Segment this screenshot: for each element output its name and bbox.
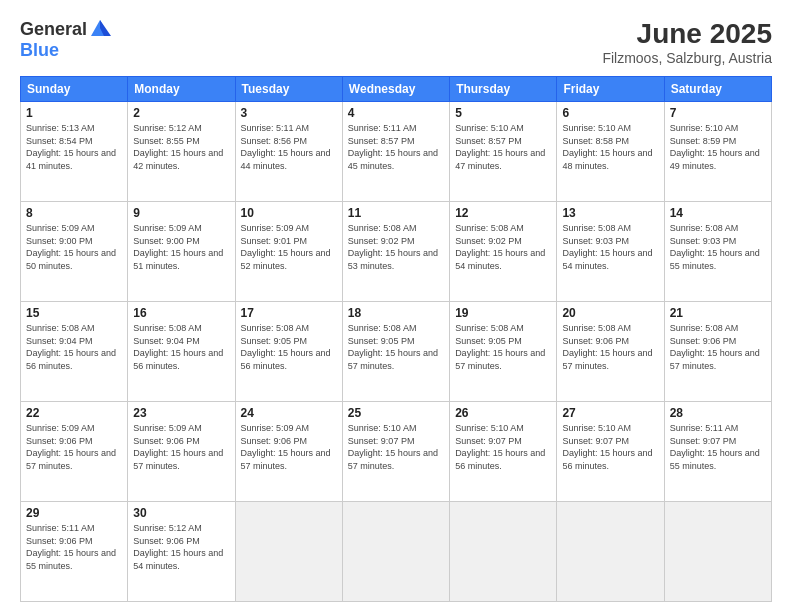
day-info: Sunrise: 5:08 AM Sunset: 9:06 PM Dayligh… — [562, 322, 658, 372]
day-info: Sunrise: 5:09 AM Sunset: 9:06 PM Dayligh… — [26, 422, 122, 472]
day-number: 19 — [455, 306, 551, 320]
calendar-row-5: 29Sunrise: 5:11 AM Sunset: 9:06 PM Dayli… — [21, 502, 772, 602]
day-number: 6 — [562, 106, 658, 120]
day-number: 30 — [133, 506, 229, 520]
day-number: 26 — [455, 406, 551, 420]
calendar-cell: 15Sunrise: 5:08 AM Sunset: 9:04 PM Dayli… — [21, 302, 128, 402]
day-info: Sunrise: 5:11 AM Sunset: 9:07 PM Dayligh… — [670, 422, 766, 472]
calendar-cell: 16Sunrise: 5:08 AM Sunset: 9:04 PM Dayli… — [128, 302, 235, 402]
calendar-cell: 19Sunrise: 5:08 AM Sunset: 9:05 PM Dayli… — [450, 302, 557, 402]
calendar-cell: 2Sunrise: 5:12 AM Sunset: 8:55 PM Daylig… — [128, 102, 235, 202]
calendar-cell: 20Sunrise: 5:08 AM Sunset: 9:06 PM Dayli… — [557, 302, 664, 402]
calendar-cell — [342, 502, 449, 602]
calendar-cell: 12Sunrise: 5:08 AM Sunset: 9:02 PM Dayli… — [450, 202, 557, 302]
day-info: Sunrise: 5:08 AM Sunset: 9:05 PM Dayligh… — [241, 322, 337, 372]
calendar-cell: 4Sunrise: 5:11 AM Sunset: 8:57 PM Daylig… — [342, 102, 449, 202]
logo: General Blue — [20, 18, 111, 61]
day-number: 8 — [26, 206, 122, 220]
day-info: Sunrise: 5:08 AM Sunset: 9:05 PM Dayligh… — [348, 322, 444, 372]
day-info: Sunrise: 5:08 AM Sunset: 9:04 PM Dayligh… — [133, 322, 229, 372]
day-number: 5 — [455, 106, 551, 120]
calendar-header-saturday: Saturday — [664, 77, 771, 102]
day-number: 14 — [670, 206, 766, 220]
day-number: 11 — [348, 206, 444, 220]
day-info: Sunrise: 5:08 AM Sunset: 9:04 PM Dayligh… — [26, 322, 122, 372]
day-info: Sunrise: 5:09 AM Sunset: 9:06 PM Dayligh… — [241, 422, 337, 472]
day-info: Sunrise: 5:09 AM Sunset: 9:00 PM Dayligh… — [26, 222, 122, 272]
calendar-cell: 18Sunrise: 5:08 AM Sunset: 9:05 PM Dayli… — [342, 302, 449, 402]
calendar-cell: 25Sunrise: 5:10 AM Sunset: 9:07 PM Dayli… — [342, 402, 449, 502]
calendar-cell — [664, 502, 771, 602]
day-number: 9 — [133, 206, 229, 220]
header: General Blue June 2025 Filzmoos, Salzbur… — [20, 18, 772, 66]
day-number: 13 — [562, 206, 658, 220]
day-number: 28 — [670, 406, 766, 420]
day-number: 18 — [348, 306, 444, 320]
calendar-header-wednesday: Wednesday — [342, 77, 449, 102]
day-number: 21 — [670, 306, 766, 320]
day-number: 3 — [241, 106, 337, 120]
day-info: Sunrise: 5:13 AM Sunset: 8:54 PM Dayligh… — [26, 122, 122, 172]
logo-icon — [89, 18, 111, 40]
day-number: 24 — [241, 406, 337, 420]
calendar-cell: 3Sunrise: 5:11 AM Sunset: 8:56 PM Daylig… — [235, 102, 342, 202]
calendar-cell — [450, 502, 557, 602]
calendar-header-sunday: Sunday — [21, 77, 128, 102]
calendar-row-1: 1Sunrise: 5:13 AM Sunset: 8:54 PM Daylig… — [21, 102, 772, 202]
day-number: 16 — [133, 306, 229, 320]
calendar-cell: 28Sunrise: 5:11 AM Sunset: 9:07 PM Dayli… — [664, 402, 771, 502]
day-number: 20 — [562, 306, 658, 320]
calendar-cell: 8Sunrise: 5:09 AM Sunset: 9:00 PM Daylig… — [21, 202, 128, 302]
day-number: 22 — [26, 406, 122, 420]
calendar-cell: 21Sunrise: 5:08 AM Sunset: 9:06 PM Dayli… — [664, 302, 771, 402]
day-info: Sunrise: 5:10 AM Sunset: 8:57 PM Dayligh… — [455, 122, 551, 172]
calendar-header-thursday: Thursday — [450, 77, 557, 102]
day-info: Sunrise: 5:10 AM Sunset: 9:07 PM Dayligh… — [562, 422, 658, 472]
calendar-row-2: 8Sunrise: 5:09 AM Sunset: 9:00 PM Daylig… — [21, 202, 772, 302]
calendar-cell: 23Sunrise: 5:09 AM Sunset: 9:06 PM Dayli… — [128, 402, 235, 502]
logo-blue-text: Blue — [20, 40, 59, 61]
calendar-cell: 22Sunrise: 5:09 AM Sunset: 9:06 PM Dayli… — [21, 402, 128, 502]
calendar-header-monday: Monday — [128, 77, 235, 102]
calendar-cell — [557, 502, 664, 602]
day-number: 2 — [133, 106, 229, 120]
day-number: 10 — [241, 206, 337, 220]
day-info: Sunrise: 5:09 AM Sunset: 9:00 PM Dayligh… — [133, 222, 229, 272]
day-info: Sunrise: 5:08 AM Sunset: 9:03 PM Dayligh… — [670, 222, 766, 272]
day-number: 12 — [455, 206, 551, 220]
calendar-cell: 30Sunrise: 5:12 AM Sunset: 9:06 PM Dayli… — [128, 502, 235, 602]
calendar-cell: 14Sunrise: 5:08 AM Sunset: 9:03 PM Dayli… — [664, 202, 771, 302]
day-number: 25 — [348, 406, 444, 420]
day-info: Sunrise: 5:08 AM Sunset: 9:02 PM Dayligh… — [455, 222, 551, 272]
day-info: Sunrise: 5:08 AM Sunset: 9:02 PM Dayligh… — [348, 222, 444, 272]
calendar-cell: 24Sunrise: 5:09 AM Sunset: 9:06 PM Dayli… — [235, 402, 342, 502]
day-number: 7 — [670, 106, 766, 120]
day-info: Sunrise: 5:10 AM Sunset: 9:07 PM Dayligh… — [348, 422, 444, 472]
calendar-cell: 1Sunrise: 5:13 AM Sunset: 8:54 PM Daylig… — [21, 102, 128, 202]
calendar-cell: 17Sunrise: 5:08 AM Sunset: 9:05 PM Dayli… — [235, 302, 342, 402]
day-info: Sunrise: 5:09 AM Sunset: 9:06 PM Dayligh… — [133, 422, 229, 472]
day-info: Sunrise: 5:11 AM Sunset: 8:56 PM Dayligh… — [241, 122, 337, 172]
title-block: June 2025 Filzmoos, Salzburg, Austria — [602, 18, 772, 66]
day-info: Sunrise: 5:08 AM Sunset: 9:05 PM Dayligh… — [455, 322, 551, 372]
calendar-table: SundayMondayTuesdayWednesdayThursdayFrid… — [20, 76, 772, 602]
day-info: Sunrise: 5:10 AM Sunset: 9:07 PM Dayligh… — [455, 422, 551, 472]
day-info: Sunrise: 5:11 AM Sunset: 8:57 PM Dayligh… — [348, 122, 444, 172]
calendar-row-3: 15Sunrise: 5:08 AM Sunset: 9:04 PM Dayli… — [21, 302, 772, 402]
calendar-header-friday: Friday — [557, 77, 664, 102]
calendar-cell: 7Sunrise: 5:10 AM Sunset: 8:59 PM Daylig… — [664, 102, 771, 202]
calendar-cell: 5Sunrise: 5:10 AM Sunset: 8:57 PM Daylig… — [450, 102, 557, 202]
day-number: 23 — [133, 406, 229, 420]
day-info: Sunrise: 5:09 AM Sunset: 9:01 PM Dayligh… — [241, 222, 337, 272]
day-number: 17 — [241, 306, 337, 320]
logo-general-text: General — [20, 19, 87, 40]
calendar-subtitle: Filzmoos, Salzburg, Austria — [602, 50, 772, 66]
day-info: Sunrise: 5:10 AM Sunset: 8:59 PM Dayligh… — [670, 122, 766, 172]
calendar-cell: 27Sunrise: 5:10 AM Sunset: 9:07 PM Dayli… — [557, 402, 664, 502]
day-number: 27 — [562, 406, 658, 420]
calendar-cell: 26Sunrise: 5:10 AM Sunset: 9:07 PM Dayli… — [450, 402, 557, 502]
calendar-cell: 6Sunrise: 5:10 AM Sunset: 8:58 PM Daylig… — [557, 102, 664, 202]
page: General Blue June 2025 Filzmoos, Salzbur… — [0, 0, 792, 612]
day-info: Sunrise: 5:12 AM Sunset: 9:06 PM Dayligh… — [133, 522, 229, 572]
calendar-cell: 11Sunrise: 5:08 AM Sunset: 9:02 PM Dayli… — [342, 202, 449, 302]
